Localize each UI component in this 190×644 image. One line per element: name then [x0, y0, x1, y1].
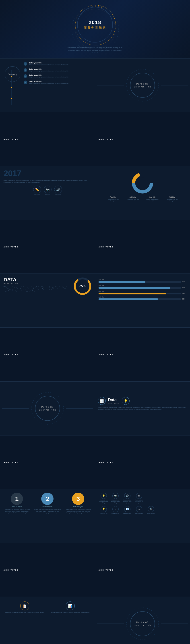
- cover-circle: 2018 商务创意线条: [77, 7, 113, 42]
- company-item-2: 02 Enter your title flying impression gr…: [24, 68, 91, 72]
- small-icon-desc-8: Please add text: [135, 513, 143, 514]
- row-6: DATA STATISTICS Flying impression graphi…: [0, 274, 190, 328]
- small-icon-9: 🔍 Please add text: [146, 506, 156, 514]
- small-icon-desc-4: Please add text description to the flyin…: [134, 499, 144, 504]
- data-title-big: DATA: [4, 277, 71, 282]
- chart-item-2: Add title 87%: [99, 284, 186, 288]
- hex-title-4: Add title: [163, 196, 181, 198]
- row-4: 2017 Flying impression graphic design th…: [0, 166, 190, 220]
- item-desc-1: flying impression graphic design thank y…: [29, 64, 68, 66]
- data-statistics: STATISTICS: [4, 282, 71, 284]
- num-item-3: 3 Data analysis Please add your text des…: [64, 493, 92, 514]
- small-icon-desc-6: Please add text: [112, 513, 119, 514]
- hex-title-3: Add title: [143, 196, 161, 198]
- small-icon-circle-6: ···: [112, 506, 119, 512]
- small-icon-circle-8: ☆: [136, 506, 142, 512]
- data-main-title: Data: [108, 398, 120, 402]
- big-num-2: 2: [41, 493, 54, 505]
- small-icon-desc-5: Please add text: [100, 513, 107, 514]
- company-item-1: 01 Enter your title flying impression gr…: [24, 62, 91, 66]
- svg-point-11: [11, 87, 12, 88]
- add-title-bar-6: ADD TITLE: [95, 328, 190, 382]
- item-desc-2: flying impression graphic design thank y…: [29, 70, 68, 72]
- add-title-text-2: ADD TITLE: [99, 138, 114, 140]
- svg-point-23: [137, 177, 148, 188]
- cover-title-cn: 商务创意线条: [84, 26, 106, 30]
- data-stats-label: Statistics: [108, 402, 120, 404]
- add-title-text-5: ADD TITLE: [4, 354, 19, 356]
- company-item-4: 04 Enter your title flying impression gr…: [24, 80, 91, 84]
- item-desc-3: flying impression graphic design thank y…: [29, 76, 68, 78]
- data-right: 75%: [74, 277, 91, 295]
- small-icon-desc-9: Please add text: [147, 513, 155, 514]
- num-badge-1: 01: [24, 62, 27, 66]
- data-stats-slide: DATA STATISTICS Flying impression graphi…: [0, 274, 95, 328]
- add-title-text-7: ADD TITLE: [4, 461, 19, 463]
- two-col-slide: 📋 we mainly engaged in various types of …: [0, 597, 95, 644]
- year-2017-desc: Flying impression graphic design thank y…: [4, 179, 91, 183]
- small-icon-desc-2: Please add text description to the flyin…: [110, 499, 120, 504]
- chart-label-3: Add title: [99, 290, 186, 292]
- pie-label: 75%: [79, 284, 86, 288]
- data-main-desc: Flying impression graphic design thank y…: [98, 406, 187, 411]
- icon-item-3: 🔊 desc text: [54, 186, 62, 196]
- add-title-bar-2: ADD TITLE: [95, 112, 190, 166]
- small-icon-circle-7: 📧: [124, 506, 130, 512]
- svg-point-19: [126, 69, 159, 101]
- add-title-text-9: ADD TITLE: [4, 569, 19, 571]
- hex-item-1: Add title Please add your text descripti…: [104, 196, 122, 202]
- add-title-text-6: ADD TITLE: [99, 354, 114, 356]
- company-slide: Company 01 Enter your title flying impre…: [0, 58, 95, 112]
- big-num-1: 1: [11, 493, 23, 505]
- svg-point-10: [11, 76, 12, 77]
- bar-chart-slide: Add title 57% Add title 87% Add title: [95, 274, 190, 328]
- icon-label-3: desc text: [55, 194, 61, 196]
- small-icon-6: ··· Please add text: [110, 506, 120, 514]
- num-item-1: 1 Data analysis Please add your text des…: [3, 493, 31, 514]
- chart-label-2: Add title: [99, 284, 186, 286]
- add-title-bar-1: ADD TITLE: [0, 112, 95, 166]
- num-desc-2: Please add your text description to the …: [33, 508, 62, 514]
- small-icon-desc-3: Please add text description to the flyin…: [122, 499, 132, 504]
- small-icon-7: 📧 Please add text: [122, 506, 132, 514]
- hex-item-4: Add title Please add your text descripti…: [163, 196, 181, 202]
- two-col-desc-1: we mainly engaged in various types of ad…: [5, 612, 44, 613]
- cover-subtitle: Professional custom All kinds of natures…: [66, 46, 124, 52]
- big-num-3: 3: [72, 493, 84, 505]
- chart-label-4: Add title: [99, 296, 186, 298]
- num-item-2: 2 Data analysis Please add your text des…: [33, 493, 62, 514]
- hex-item-3: Add title Please add your text descripti…: [143, 196, 161, 202]
- icon-item-1: ✏️ desc text: [33, 186, 41, 196]
- hex-desc-2: Please add your text description: [124, 198, 142, 202]
- row-5-headers: ADD TITLE ADD TITLE: [0, 220, 190, 274]
- year-2017: 2017: [4, 169, 91, 178]
- small-icon-circle-2: 📷: [112, 493, 119, 499]
- hex-item-2: Add title Please add your text descripti…: [124, 196, 142, 202]
- data-main-icon: 📊: [98, 397, 106, 405]
- num-title-1: Data analysis: [3, 506, 31, 508]
- numbers-slide: 1 Data analysis Please add your text des…: [0, 489, 95, 543]
- chart-item-1: Add title 57%: [99, 279, 186, 283]
- add-title-bar-10: ADD TITLE: [95, 543, 190, 597]
- item-title-1: Enter your title: [29, 62, 68, 64]
- two-col-desc-2: we mainly engaged in various types of ad…: [51, 612, 90, 613]
- chart-pct-1: 57%: [182, 281, 185, 282]
- row-9-headers: ADD TITLE ADD TITLE: [0, 435, 190, 489]
- svg-point-28: [31, 392, 64, 424]
- item-title-4: Enter your title: [29, 80, 68, 82]
- small-icon-circle-9: 🔍: [148, 506, 154, 512]
- row-11-headers: ADD TITLE ADD TITLE: [0, 543, 190, 597]
- hex-title-1: Add title: [104, 196, 122, 198]
- num-title-3: Data analysis: [64, 506, 92, 508]
- icon-label-1: desc text: [34, 194, 40, 196]
- part03-slide: Part / 03 Enter Your Title: [95, 597, 190, 644]
- chart-label-1: Add title: [99, 279, 186, 280]
- hex-desc-4: Please add your text description: [163, 198, 181, 202]
- item-desc-4: flying impression graphic design thank y…: [29, 82, 68, 84]
- row-8: Part / 02 Enter Your Title 📊 Data Statis…: [0, 382, 190, 435]
- svg-point-29: [35, 396, 60, 420]
- two-col-item-2: 📊 we mainly engaged in various types of …: [49, 602, 92, 637]
- add-title-icons-slide: 💡 Please add text description to the fly…: [95, 489, 190, 543]
- chart-pct-2: 87%: [182, 286, 185, 288]
- company-item-3: 03 Enter your title flying impression gr…: [24, 74, 91, 78]
